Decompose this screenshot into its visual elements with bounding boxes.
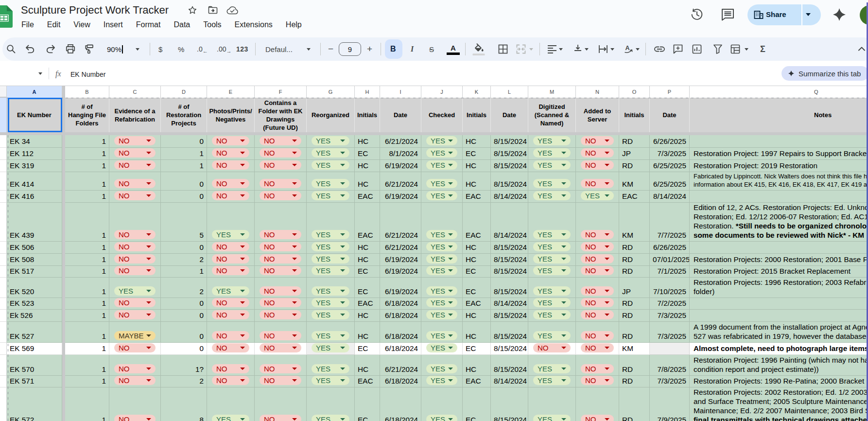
svg-text:A: A [625,45,630,52]
